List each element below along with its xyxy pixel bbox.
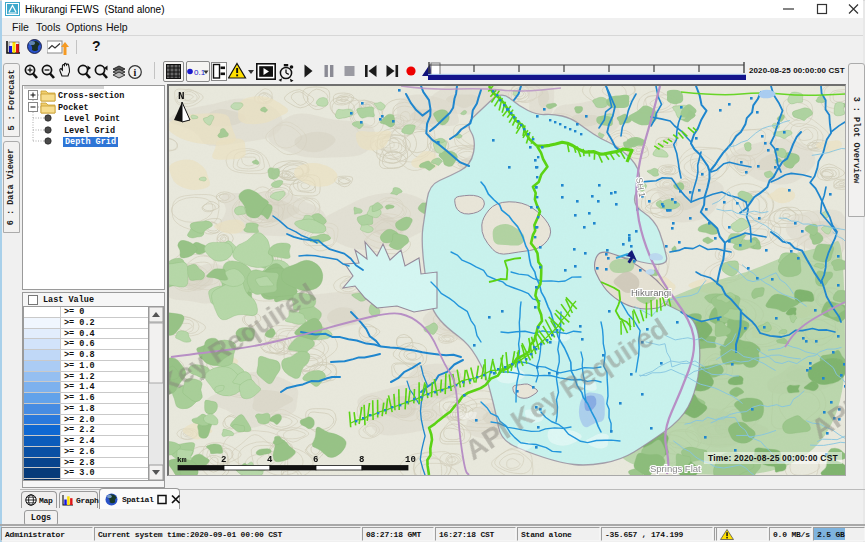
svg-text:10: 10 <box>405 455 416 465</box>
svg-text:Springs Flat: Springs Flat <box>650 463 701 474</box>
svg-text:km: km <box>177 455 187 464</box>
svg-text:0.1: 0.1 <box>194 68 206 77</box>
svg-text:4: 4 <box>267 455 273 465</box>
svg-text:N: N <box>178 90 185 102</box>
svg-text:8: 8 <box>359 455 364 465</box>
svg-text:2: 2 <box>221 455 226 465</box>
svg-text:Hikurangi: Hikurangi <box>631 287 671 298</box>
svg-text:6: 6 <box>313 455 318 465</box>
svg-text:Time: 2020-08-25 00:00:00 CST: Time: 2020-08-25 00:00:00 CST <box>708 453 839 463</box>
svg-text:i: i <box>133 67 136 78</box>
